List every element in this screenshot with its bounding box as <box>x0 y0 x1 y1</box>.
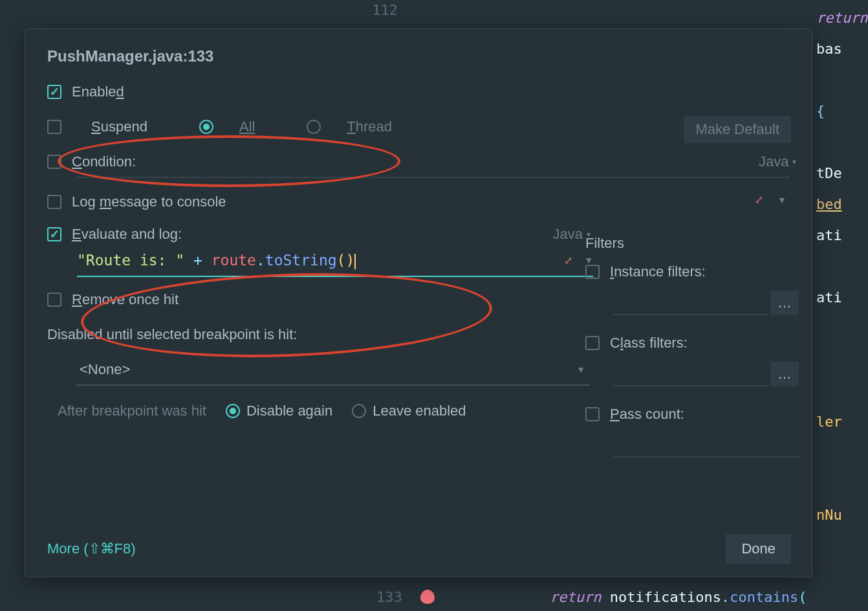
condition-lang-selector[interactable]: Java▾ <box>759 153 796 170</box>
enabled-label: Enabled <box>72 83 124 100</box>
code-line: return notifications.contains( <box>550 589 807 605</box>
pass-count-label: Pass count: <box>610 406 684 423</box>
suspend-all-label: All <box>239 118 255 135</box>
suspend-all-radio[interactable] <box>199 120 213 134</box>
code-keyword: return <box>816 10 867 26</box>
pass-count-checkbox[interactable] <box>585 407 600 421</box>
dialog-title: PushManager.java:133 <box>47 47 791 65</box>
code-brace: { <box>816 103 825 119</box>
disabled-until-value: <None> <box>80 361 130 378</box>
line-number: 133 <box>376 589 402 605</box>
dropdown-icon: ▼ <box>576 364 585 375</box>
editor-gutter: 112 <box>359 0 404 21</box>
class-filters-input[interactable] <box>614 361 766 386</box>
code-ident: ati <box>816 289 842 306</box>
code-link: bed <box>816 196 842 212</box>
suspend-thread-radio[interactable] <box>307 120 321 134</box>
editor-bottom-line: 133 return notifications.contains( <box>0 583 868 611</box>
class-filters-browse-button[interactable]: … <box>770 362 799 386</box>
after-hit-label: After breakpoint was hit <box>58 403 206 419</box>
expand-icon[interactable]: ⤢ <box>564 254 572 267</box>
leave-enabled-label: Leave enabled <box>373 403 466 419</box>
filters-heading: Filters <box>585 235 799 252</box>
code-type: nNu <box>816 507 842 523</box>
log-message-checkbox[interactable] <box>47 195 61 209</box>
instance-filters-input[interactable] <box>614 289 766 315</box>
evaluate-expression-input[interactable]: "Route is: " + route.toString() ⤢ ▼ <box>77 248 593 277</box>
condition-input-underline[interactable] <box>77 177 788 178</box>
code-ident: bas <box>816 41 842 57</box>
pass-count-input[interactable] <box>614 432 799 458</box>
evaluate-expression-code: "Route is: " + route.toString() <box>77 252 564 269</box>
evaluate-log-checkbox[interactable] <box>47 227 61 241</box>
suspend-checkbox[interactable] <box>47 120 61 134</box>
log-message-label: Log message to console <box>72 194 226 210</box>
suspend-label: Suspend <box>91 118 147 135</box>
evaluate-log-label: Evaluate and log: <box>72 226 182 243</box>
condition-label: Condition: <box>72 153 136 170</box>
done-button[interactable]: Done <box>726 534 791 564</box>
enabled-checkbox[interactable] <box>47 85 61 99</box>
text-cursor <box>354 254 356 269</box>
instance-filters-checkbox[interactable] <box>585 265 600 279</box>
code-ident: notifications <box>610 589 721 605</box>
leave-enabled-radio[interactable] <box>352 404 366 418</box>
code-right-fragment: return databas bas { tDe bed ati ati ler… <box>816 0 868 531</box>
suspend-thread-label: Thread <box>347 118 392 135</box>
annotation-ellipse <box>80 267 494 364</box>
class-filters-label: Class filters: <box>610 335 688 351</box>
remove-once-hit-checkbox[interactable] <box>47 293 61 307</box>
disabled-until-select[interactable]: <None> ▼ <box>76 355 589 386</box>
instance-filters-label: Instance filters: <box>610 263 706 280</box>
instance-filters-browse-button[interactable]: … <box>770 291 799 315</box>
code-fn: contains <box>730 589 798 605</box>
make-default-button[interactable]: Make Default <box>684 116 791 143</box>
disable-again-radio[interactable] <box>226 404 240 418</box>
breakpoint-icon[interactable] <box>420 590 435 604</box>
remove-once-hit-label: Remove once hit <box>72 291 179 308</box>
code-type: ler <box>816 414 842 430</box>
code-ident: ati <box>816 227 842 243</box>
breakpoint-properties-dialog: PushManager.java:133 Enabled Suspend All… <box>25 28 812 577</box>
condition-checkbox[interactable] <box>47 155 61 169</box>
more-link[interactable]: More (⇧⌘F8) <box>47 540 136 557</box>
class-filters-checkbox[interactable] <box>585 336 600 350</box>
code-ident: tDe <box>816 165 842 181</box>
code-keyword: return <box>550 589 601 605</box>
disable-again-label: Disable again <box>246 403 332 419</box>
line-number: 112 <box>359 0 398 21</box>
